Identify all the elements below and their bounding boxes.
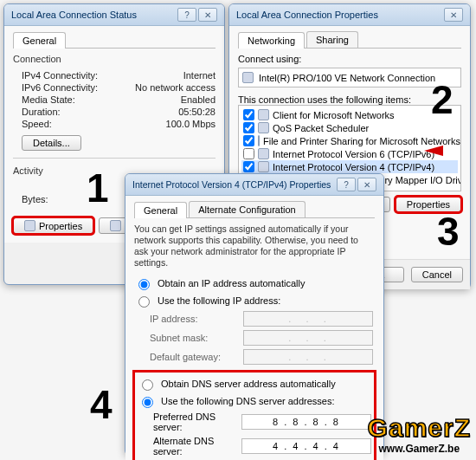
help-button[interactable]: ? — [337, 178, 356, 191]
ipv4-label: IPv4 Connectivity: — [22, 70, 98, 81]
annotation-3: 3 — [437, 208, 460, 255]
status-properties-button[interactable]: Properties — [13, 217, 93, 234]
lanprops-titlebar: Local Area Connection Properties ✕ — [229, 4, 470, 26]
tab-general[interactable]: General — [134, 202, 187, 218]
tab-sharing[interactable]: Sharing — [306, 31, 358, 48]
annotation-1: 1 — [87, 165, 109, 211]
alternate-dns-label: Alternate DNS server: — [153, 436, 235, 457]
item-checkbox[interactable] — [243, 148, 254, 159]
media-label: Media State: — [22, 94, 75, 105]
cancel-button[interactable]: Cancel — [411, 267, 463, 282]
component-icon — [258, 161, 269, 172]
status-title: Local Area Connection Status — [11, 10, 137, 20]
component-icon — [258, 148, 269, 159]
preferred-dns-label: Preferred DNS server: — [153, 411, 235, 432]
alternate-dns-input[interactable]: 4 . 4 . 4 . 4 — [241, 438, 371, 454]
gamerz-logo: GamerZ www.GamerZ.be — [368, 413, 471, 455]
speed-value: 100.0 Mbps — [166, 119, 215, 129]
shield-icon — [110, 220, 121, 231]
item-checkbox[interactable] — [243, 135, 254, 146]
ipv6-value: No network access — [135, 82, 215, 93]
nic-box: Intel(R) PRO/100 VE Network Connection — [238, 68, 461, 87]
component-icon — [258, 135, 260, 146]
subnet-mask-input: . . . — [243, 330, 373, 346]
ipv6-label: IPv6 Connectivity: — [22, 82, 98, 93]
uses-items-label: This connection uses the following items… — [238, 94, 461, 105]
duration-label: Duration: — [22, 107, 61, 117]
logo-url: www.GamerZ.be — [368, 443, 471, 455]
ipv4-title: Internet Protocol Version 4 (TCP/IPv4) P… — [132, 179, 331, 190]
annotation-2: 2 — [431, 76, 453, 123]
details-button[interactable]: Details... — [22, 135, 81, 151]
radio-manual-dns-label: Use the following DNS server addresses: — [161, 396, 335, 406]
status-winbuttons: ? ✕ — [177, 8, 217, 22]
radio-manual-dns[interactable] — [142, 397, 153, 408]
nic-icon — [242, 72, 254, 83]
tab-general[interactable]: General — [13, 32, 66, 49]
close-button[interactable]: ✕ — [444, 8, 463, 22]
close-button[interactable]: ✕ — [357, 178, 376, 191]
radio-manual-ip-label: Use the following IP address: — [158, 295, 280, 306]
connection-label: Connection — [13, 54, 215, 64]
radio-auto-dns[interactable] — [142, 379, 153, 391]
component-icon — [258, 109, 269, 120]
connect-using-label: Connect using: — [238, 54, 461, 64]
list-item: QoS Packet Scheduler — [241, 121, 458, 134]
ipv4-value: Internet — [183, 70, 215, 81]
annotation-4: 4 — [90, 381, 113, 428]
logo-text: GamerZ — [368, 413, 471, 443]
bytes-label: Bytes: — [22, 194, 48, 204]
nic-name: Intel(R) PRO/100 VE Network Connection — [259, 73, 435, 83]
ip-address-label: IP address: — [150, 314, 236, 324]
default-gateway-input: . . . — [243, 349, 373, 365]
item-checkbox[interactable] — [243, 161, 254, 172]
help-button[interactable]: ? — [177, 8, 196, 22]
default-gateway-label: Default gateway: — [150, 352, 236, 362]
close-button[interactable]: ✕ — [198, 8, 217, 22]
radio-auto-ip[interactable] — [138, 279, 150, 290]
radio-manual-ip[interactable] — [138, 296, 150, 308]
lanprops-title: Local Area Connection Properties — [236, 10, 378, 20]
radio-auto-dns-label: Obtain DNS server address automatically — [161, 379, 336, 389]
component-icon — [258, 122, 269, 133]
shield-icon — [24, 220, 35, 231]
radio-auto-ip-label: Obtain an IP address automatically — [158, 278, 305, 288]
ipv4-properties-window: Internet Protocol Version 4 (TCP/IPv4) P… — [125, 173, 384, 456]
status-tabs: General — [13, 31, 215, 49]
red-arrow-icon — [424, 146, 443, 156]
speed-label: Speed: — [22, 119, 52, 129]
duration-value: 05:50:28 — [178, 107, 215, 117]
ip-address-input: . . . — [243, 311, 373, 327]
list-item-selected: Internet Protocol Version 4 (TCP/IPv4) — [241, 160, 458, 173]
tab-networking[interactable]: Networking — [238, 32, 305, 49]
subnet-mask-label: Subnet mask: — [150, 333, 236, 343]
ipv4-titlebar: Internet Protocol Version 4 (TCP/IPv4) P… — [125, 174, 383, 196]
preferred-dns-input[interactable]: 8 . 8 . 8 . 8 — [241, 414, 371, 430]
item-checkbox[interactable] — [243, 122, 254, 133]
media-value: Enabled — [181, 94, 215, 105]
status-titlebar: Local Area Connection Status ? ✕ — [4, 4, 224, 26]
tab-alternate[interactable]: Alternate Configuration — [189, 201, 306, 217]
list-item: Client for Microsoft Networks — [241, 108, 458, 121]
item-checkbox[interactable] — [243, 109, 254, 120]
ipv4-blurb: You can get IP settings assigned automat… — [134, 224, 375, 269]
